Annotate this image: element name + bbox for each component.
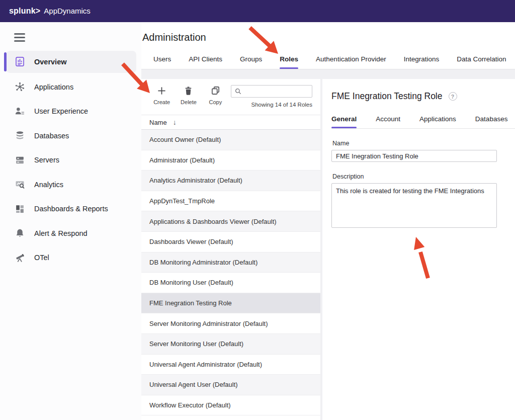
detail-tab-databases[interactable]: Databases — [475, 115, 508, 128]
page-title: Administration — [142, 32, 515, 43]
tab-groups[interactable]: Groups — [240, 55, 262, 69]
help-question-icon[interactable]: ? — [449, 92, 457, 101]
showing-count-text: Showing 14 of 14 Roles — [231, 102, 312, 108]
sidebar-item-dashboards-reports[interactable]: Dashboards & Reports — [0, 197, 141, 221]
role-row-workflow-executor-default[interactable]: Workflow Executor (Default) — [141, 395, 320, 416]
role-row-appdyntest-tmprole[interactable]: AppDynTest_TmpRole — [141, 191, 320, 212]
sidebar-item-databases[interactable]: Databases — [0, 124, 141, 148]
roles-list: Account Owner (Default)Administrator (De… — [141, 130, 320, 420]
tab-roles[interactable]: Roles — [280, 55, 298, 69]
alert-bell-icon — [14, 228, 25, 239]
tab-data-correlation[interactable]: Data Correlation — [457, 55, 506, 69]
sidebar-item-label: Servers — [34, 156, 59, 164]
admin-header: Administration UsersAPI ClientsGroupsRol… — [141, 22, 515, 69]
tab-api-clients[interactable]: API Clients — [189, 55, 222, 69]
sidebar-item-overview[interactable]: Overview — [6, 51, 136, 73]
tab-users[interactable]: Users — [153, 55, 171, 69]
sidebar-item-label: Alert & Respond — [34, 229, 88, 237]
role-row-applications-dashboards-viewer-default[interactable]: Applications & Dashboards Viewer (Defaul… — [141, 211, 320, 232]
role-detail-title: FME Inegration Testing Role — [331, 91, 443, 102]
role-row-analytics-administrator-default[interactable]: Analytics Administrator (Default) — [141, 171, 320, 191]
database-icon — [14, 130, 25, 141]
tab-integrations[interactable]: Integrations — [404, 55, 440, 69]
otel-telescope-icon — [14, 252, 25, 263]
role-row-server-monitoring-user-default[interactable]: Server Monitoring User (Default) — [141, 334, 320, 355]
role-name-input[interactable] — [331, 150, 497, 162]
trash-icon — [184, 85, 193, 96]
top-bar: splunk> AppDynamics — [0, 0, 515, 22]
role-row-dashboards-viewer-default[interactable]: Dashboards Viewer (Default) — [141, 232, 320, 253]
brand-secondary: AppDynamics — [44, 7, 91, 15]
sidebar-item-label: Applications — [34, 83, 73, 91]
sidebar-item-alert-respond[interactable]: Alert & Respond — [0, 221, 141, 246]
dashboards-grid-icon — [14, 203, 25, 214]
sort-descending-icon[interactable]: ↓ — [173, 118, 177, 126]
role-detail-tab-bar: GeneralAccountApplicationsDatabases — [331, 115, 515, 129]
admin-tab-bar: UsersAPI ClientsGroupsRolesAuthenticatio… — [142, 43, 515, 69]
roles-list-panel: Create Delete Copy Showing 14 of 14 Role… — [141, 79, 320, 420]
detail-tab-account[interactable]: Account — [376, 115, 400, 128]
roles-search-box[interactable] — [231, 85, 312, 98]
copy-button[interactable]: Copy — [204, 85, 227, 105]
plus-icon — [157, 85, 166, 96]
sidebar-item-label: Dashboards & Reports — [34, 205, 108, 213]
name-field-label: Name — [332, 140, 515, 147]
sidebar: Overview Applications User Experience Da… — [0, 22, 141, 420]
sidebar-item-user-experience[interactable]: User Experience — [0, 99, 141, 124]
sidebar-item-label: Analytics — [34, 181, 63, 189]
role-row-universal-agent-administrator-default[interactable]: Universal Agent Administrator (Default) — [141, 355, 320, 375]
brand-primary: splunk> — [9, 7, 40, 16]
roles-toolbar: Create Delete Copy Showing 14 of 14 Role… — [141, 79, 320, 115]
role-detail-panel: FME Inegration Testing Role ? GeneralAcc… — [322, 79, 515, 420]
role-description-textarea[interactable]: This role is created for testing the FME… — [331, 183, 497, 228]
sidebar-nav: Overview Applications User Experience Da… — [0, 51, 141, 270]
analytics-icon — [14, 179, 25, 190]
role-row-db-monitoring-administrator-default[interactable]: DB Monitoring Administrator (Default) — [141, 253, 320, 273]
role-row-universal-agent-user-default[interactable]: Universal Agent User (Default) — [141, 375, 320, 395]
copy-icon — [211, 85, 220, 96]
sidebar-item-applications[interactable]: Applications — [0, 75, 141, 100]
user-experience-icon — [14, 106, 25, 117]
name-column-label: Name — [149, 119, 167, 126]
sidebar-item-label: Overview — [34, 58, 67, 66]
tab-authentication-provider[interactable]: Authentication Provider — [316, 55, 386, 69]
applications-icon — [14, 81, 25, 93]
overview-icon — [14, 56, 25, 67]
role-row-server-monitoring-administrator-default[interactable]: Server Monitoring Administrator (Default… — [141, 313, 320, 334]
tool-button-label: Delete — [181, 99, 197, 105]
create-button[interactable]: Create — [150, 85, 173, 105]
sidebar-item-servers[interactable]: Servers — [0, 148, 141, 173]
role-row-fme-inegration-testing-role[interactable]: FME Inegration Testing Role — [141, 293, 320, 314]
hamburger-menu-icon[interactable] — [14, 33, 25, 42]
tool-button-label: Create — [153, 99, 170, 105]
tool-button-label: Copy — [209, 99, 222, 105]
sidebar-item-label: Databases — [34, 132, 69, 140]
roles-column-header[interactable]: Name ↓ — [141, 115, 320, 130]
sidebar-item-otel[interactable]: OTel — [0, 245, 141, 270]
role-row-account-owner-default[interactable]: Account Owner (Default) — [141, 130, 320, 150]
role-row-db-monitoring-user-default[interactable]: DB Monitoring User (Default) — [141, 273, 320, 293]
sidebar-item-label: User Experience — [34, 107, 88, 115]
roles-search-input[interactable] — [245, 88, 309, 95]
detail-tab-general[interactable]: General — [331, 115, 357, 128]
role-row-administrator-default[interactable]: Administrator (Default) — [141, 150, 320, 171]
search-icon — [234, 88, 242, 95]
sidebar-item-analytics[interactable]: Analytics — [0, 173, 141, 197]
delete-button[interactable]: Delete — [177, 85, 200, 105]
description-field-label: Description — [332, 173, 515, 180]
splunk-appdynamics-logo[interactable]: splunk> AppDynamics — [9, 7, 91, 16]
server-icon — [14, 154, 25, 165]
detail-tab-applications[interactable]: Applications — [419, 115, 456, 128]
sidebar-item-label: OTel — [34, 254, 49, 262]
